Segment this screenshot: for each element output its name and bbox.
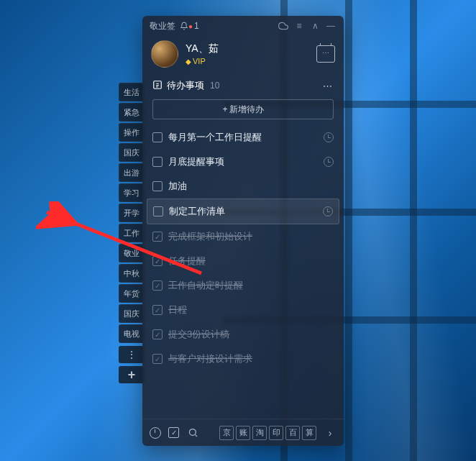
reminder-clock-icon[interactable] xyxy=(324,157,334,167)
category-tab[interactable]: 中秋 xyxy=(119,264,145,283)
clock-icon[interactable] xyxy=(150,427,161,439)
todo-list: 每月第一个工作日提醒月底提醒事项加油制定工作清单完成框架和初始设计任务提醒工作自… xyxy=(142,125,344,419)
minimize-icon[interactable]: — xyxy=(325,20,337,32)
more-icon[interactable]: ⋯ xyxy=(323,81,334,91)
category-tab[interactable]: 出游 xyxy=(119,163,145,182)
todo-item[interactable]: 加油 xyxy=(147,174,339,198)
checkbox[interactable] xyxy=(153,206,163,216)
todo-item[interactable]: 任务提醒 xyxy=(147,249,339,273)
vip-badge: ◆ VIP xyxy=(186,57,309,65)
reminder-clock-icon[interactable] xyxy=(324,132,334,142)
add-tab-button[interactable]: + xyxy=(119,366,145,383)
todo-item[interactable]: 完成框架和初始设计 xyxy=(147,224,339,249)
search-icon[interactable] xyxy=(186,426,199,439)
app-title: 敬业签 xyxy=(150,20,175,32)
list-icon xyxy=(152,80,163,92)
checkbox[interactable] xyxy=(152,132,163,142)
chevron-right-icon[interactable]: › xyxy=(324,426,337,439)
todo-label: 工作自动定时提醒 xyxy=(168,279,334,292)
category-tab[interactable]: 年货 xyxy=(119,284,145,303)
todo-label: 与客户对接设计需求 xyxy=(168,352,334,365)
shortcut-button[interactable]: 账 xyxy=(236,426,250,440)
todo-item[interactable]: 日程 xyxy=(147,298,339,322)
category-tab[interactable]: 开学 xyxy=(119,204,145,222)
todo-item[interactable]: 提交3份设计稿 xyxy=(147,322,339,347)
todo-label: 加油 xyxy=(168,180,334,193)
checkbox[interactable] xyxy=(152,181,163,191)
todo-item[interactable]: 月底提醒事项 xyxy=(147,150,339,174)
todo-item[interactable]: 制定工作清单 xyxy=(147,198,339,224)
titlebar: 敬业签 ●1 ≡ ∧ — xyxy=(142,16,344,36)
category-tab[interactable]: 国庆 xyxy=(119,304,145,323)
todo-item[interactable]: 每月第一个工作日提醒 xyxy=(147,125,339,150)
plus-icon: + xyxy=(222,104,227,114)
category-tab[interactable]: 操作 xyxy=(119,123,145,142)
more-tabs-icon[interactable]: ⋮ xyxy=(119,346,145,363)
username: YA、茹 xyxy=(186,42,309,55)
todo-label: 每月第一个工作日提醒 xyxy=(168,131,318,144)
collapse-icon[interactable]: ∧ xyxy=(309,20,321,32)
bell-icon[interactable]: ●1 xyxy=(180,21,199,31)
category-tab[interactable]: 国庆 xyxy=(119,143,145,162)
category-tab[interactable]: 工作 xyxy=(119,224,145,242)
menu-icon[interactable]: ≡ xyxy=(293,20,305,32)
profile-section: YA、茹 ◆ VIP xyxy=(142,36,344,75)
section-title: 待办事项 xyxy=(167,79,204,92)
todo-item[interactable]: 工作自动定时提醒 xyxy=(147,273,339,298)
category-tab[interactable]: 紧急 xyxy=(119,103,145,122)
category-tab[interactable]: 生活 xyxy=(119,83,145,101)
checkbox[interactable] xyxy=(152,354,163,364)
reminder-clock-icon[interactable] xyxy=(323,206,333,216)
cloud-icon[interactable] xyxy=(278,20,289,32)
shortcut-button[interactable]: 印 xyxy=(269,426,283,440)
bottom-bar: ✓ 京账淘印百算 › xyxy=(142,419,344,446)
todo-label: 任务提醒 xyxy=(168,255,334,268)
shortcut-group: 京账淘印百算 xyxy=(219,426,316,440)
shortcut-button[interactable]: 百 xyxy=(285,426,300,440)
checkbox[interactable] xyxy=(152,232,163,242)
app-window: 敬业签 ●1 ≡ ∧ — YA、茹 ◆ VIP 待办事项 10 ⋯ + 新增待办 xyxy=(142,16,344,446)
category-tab[interactable]: 电视 xyxy=(119,324,145,343)
todo-label: 月底提醒事项 xyxy=(168,155,318,168)
todo-label: 制定工作清单 xyxy=(169,205,317,218)
shortcut-button[interactable]: 算 xyxy=(302,426,316,440)
checkbox[interactable] xyxy=(152,157,163,167)
todo-label: 日程 xyxy=(168,303,334,316)
section-count: 10 xyxy=(210,81,219,91)
category-tabs: 生活紧急操作国庆出游学习开学工作敬业中秋年货国庆电视⋮+ xyxy=(119,83,145,383)
checkbox[interactable] xyxy=(152,256,163,266)
calendar-icon[interactable] xyxy=(316,45,335,63)
checkbox[interactable] xyxy=(152,280,163,291)
add-todo-button[interactable]: + 新增待办 xyxy=(152,99,334,119)
diamond-icon: ◆ xyxy=(186,58,191,65)
checkbox[interactable] xyxy=(152,305,163,315)
category-tab[interactable]: 敬业 xyxy=(119,244,145,263)
section-header: 待办事项 10 ⋯ xyxy=(142,75,344,96)
todo-label: 提交3份设计稿 xyxy=(168,328,334,341)
category-tab[interactable]: 学习 xyxy=(119,183,145,202)
checkbox[interactable] xyxy=(152,329,163,339)
todo-item[interactable]: 与客户对接设计需求 xyxy=(147,347,339,371)
svg-point-1 xyxy=(189,429,196,436)
shortcut-button[interactable]: 淘 xyxy=(252,426,267,440)
avatar[interactable] xyxy=(151,40,178,68)
shortcut-button[interactable]: 京 xyxy=(219,426,234,440)
todo-label: 完成框架和初始设计 xyxy=(168,230,334,243)
checklist-icon[interactable]: ✓ xyxy=(168,427,179,438)
